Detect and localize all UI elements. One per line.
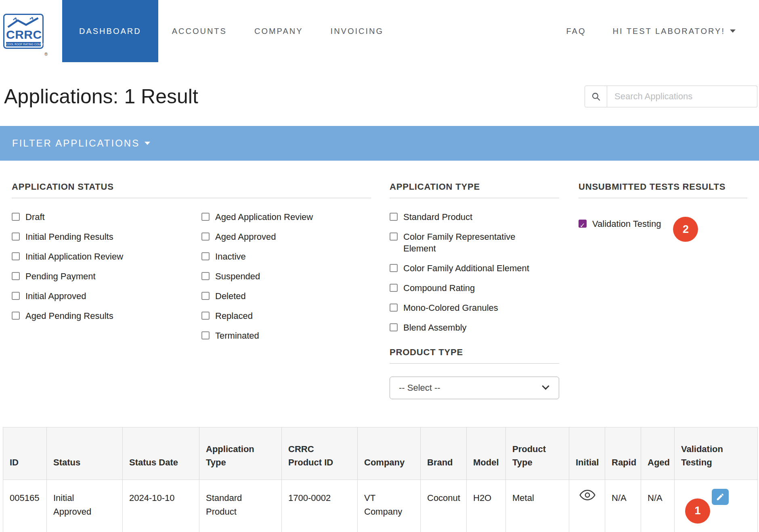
view-initial-button[interactable] — [579, 490, 595, 502]
filter-draft[interactable]: Draft — [12, 211, 201, 223]
filter-blend-assembly[interactable]: Blend Assembly — [390, 322, 559, 333]
user-menu[interactable]: HI TEST LABORATORY! — [612, 27, 736, 36]
filter-bar-label: FILTER APPLICATIONS — [12, 138, 140, 149]
filter-inactive[interactable]: Inactive — [201, 251, 371, 262]
checkbox[interactable] — [12, 272, 20, 280]
applications-table: ID Status Status Date Application Type C… — [3, 427, 758, 532]
nav-faq[interactable]: FAQ — [566, 27, 586, 36]
search-button[interactable] — [585, 86, 607, 107]
checkbox[interactable] — [390, 304, 398, 312]
roof-icon — [6, 17, 41, 28]
table-header-row: ID Status Status Date Application Type C… — [3, 427, 758, 480]
unsubmitted-tests-section: UNSUBMITTED TESTS RESULTS Validation Tes… — [579, 182, 747, 236]
checkbox[interactable] — [201, 272, 210, 280]
status-checkbox-column-1: Draft Initial Pending Results Initial Ap… — [12, 211, 201, 350]
filter-replaced[interactable]: Replaced — [201, 310, 371, 322]
checkbox[interactable] — [390, 264, 398, 272]
column-header-aged: Aged — [641, 427, 675, 480]
filter-aged-approved[interactable]: Aged Approved — [201, 231, 371, 243]
checkbox[interactable] — [201, 252, 210, 260]
eye-icon — [579, 490, 595, 501]
logo-text: CRRC — [6, 29, 41, 41]
filter-suspended[interactable]: Suspended — [201, 270, 371, 282]
filter-aged-application-review[interactable]: Aged Application Review — [201, 211, 371, 223]
edit-validation-button[interactable] — [712, 489, 729, 505]
column-header-rapid: Rapid — [605, 427, 641, 480]
checkbox[interactable] — [12, 232, 20, 241]
column-header-validation-testing: Validation Testing — [675, 427, 758, 480]
column-header-model: Model — [467, 427, 506, 480]
checkbox[interactable] — [201, 232, 210, 241]
column-header-status: Status — [47, 427, 123, 480]
cell-product-type: Metal — [506, 480, 569, 532]
checkbox[interactable] — [201, 331, 210, 339]
application-type-heading: APPLICATION TYPE — [390, 182, 559, 198]
nav-dashboard[interactable]: DASHBOARD — [62, 0, 158, 62]
checkbox[interactable] — [201, 292, 210, 300]
chevron-down-icon — [145, 142, 150, 145]
filter-standard-product[interactable]: Standard Product — [390, 211, 559, 223]
cell-application-type: Standard Product — [199, 480, 282, 532]
cell-validation-testing: 1 — [675, 480, 758, 532]
unsubmitted-tests-heading: UNSUBMITTED TESTS RESULTS — [579, 182, 747, 198]
checkbox[interactable] — [390, 323, 398, 331]
filter-mono-colored-granules[interactable]: Mono-Colored Granules — [390, 302, 559, 314]
cell-rapid: N/A — [605, 480, 641, 532]
nav-invoicing[interactable]: INVOICING — [317, 0, 397, 62]
filter-initial-pending-results[interactable]: Initial Pending Results — [12, 231, 201, 243]
checkbox[interactable] — [390, 232, 398, 241]
cell-status-date: 2024-10-10 — [123, 480, 199, 532]
checkbox[interactable] — [12, 252, 20, 260]
logo-subtext: COOL ROOF RATING COUNCIL — [6, 42, 41, 46]
filter-terminated[interactable]: Terminated — [201, 330, 371, 341]
column-header-company: Company — [358, 427, 421, 480]
status-checkbox-column-2: Aged Application Review Aged Approved In… — [201, 211, 371, 350]
top-nav: CRRC COOL ROOF RATING COUNCIL ® DASHBOAR… — [0, 0, 759, 62]
product-type-select[interactable]: -- Select -- — [390, 377, 559, 399]
table-row: 005165 Initial Approved 2024-10-10 Stand… — [3, 480, 758, 532]
checkbox[interactable] — [390, 284, 398, 292]
filter-aged-pending-results[interactable]: Aged Pending Results — [12, 310, 201, 322]
crrc-logo[interactable]: CRRC COOL ROOF RATING COUNCIL ® — [0, 0, 62, 62]
column-header-initial: Initial — [569, 427, 605, 480]
column-header-brand: Brand — [421, 427, 467, 480]
filter-compound-rating[interactable]: Compound Rating — [390, 282, 559, 294]
search-group — [585, 86, 757, 107]
validation-testing-checkbox[interactable] — [579, 220, 587, 228]
cell-status: Initial Approved — [47, 480, 123, 532]
cell-initial — [569, 480, 605, 532]
filter-deleted[interactable]: Deleted — [201, 290, 371, 302]
checkbox[interactable] — [12, 292, 20, 300]
column-header-status-date: Status Date — [123, 427, 199, 480]
filter-initial-application-review[interactable]: Initial Application Review — [12, 251, 201, 262]
application-status-heading: APPLICATION STATUS — [12, 182, 371, 198]
filter-applications-toggle[interactable]: FILTER APPLICATIONS — [0, 126, 759, 161]
filter-color-family-additional-element[interactable]: Color Family Additional Element — [390, 262, 559, 274]
cell-company: VT Company — [358, 480, 421, 532]
checkbox[interactable] — [390, 213, 398, 221]
checkbox[interactable] — [12, 312, 20, 320]
nav-right: FAQ HI TEST LABORATORY! — [566, 0, 759, 62]
product-type-selected-value: -- Select -- — [399, 383, 440, 393]
nav-accounts[interactable]: ACCOUNTS — [158, 0, 241, 62]
filter-initial-approved[interactable]: Initial Approved — [12, 290, 201, 302]
cell-crrc-product-id: 1700-0002 — [282, 480, 358, 532]
user-menu-label: HI TEST LABORATORY! — [612, 27, 725, 36]
page-title: Applications: 1 Result — [4, 85, 198, 108]
validation-count-badge: 1 — [685, 498, 710, 524]
checkbox[interactable] — [201, 312, 210, 320]
filter-pending-payment[interactable]: Pending Payment — [12, 270, 201, 282]
cell-id: 005165 — [3, 480, 47, 532]
checkbox[interactable] — [12, 213, 20, 221]
page-head: Applications: 1 Result — [0, 62, 759, 108]
validation-testing-row: Validation Testing 2 — [579, 211, 747, 236]
checkbox[interactable] — [201, 213, 210, 221]
search-input[interactable] — [607, 86, 757, 107]
filter-color-family-representative-element[interactable]: Color Family Representative Element — [390, 231, 559, 254]
filter-validation-testing[interactable]: Validation Testing — [579, 218, 661, 230]
pencil-icon — [716, 492, 725, 501]
column-header-crrc-product-id: CRRC Product ID — [282, 427, 358, 480]
application-status-section: APPLICATION STATUS Draft Initial Pending… — [12, 182, 371, 350]
nav-company[interactable]: COMPANY — [241, 0, 317, 62]
column-header-id: ID — [3, 427, 47, 480]
